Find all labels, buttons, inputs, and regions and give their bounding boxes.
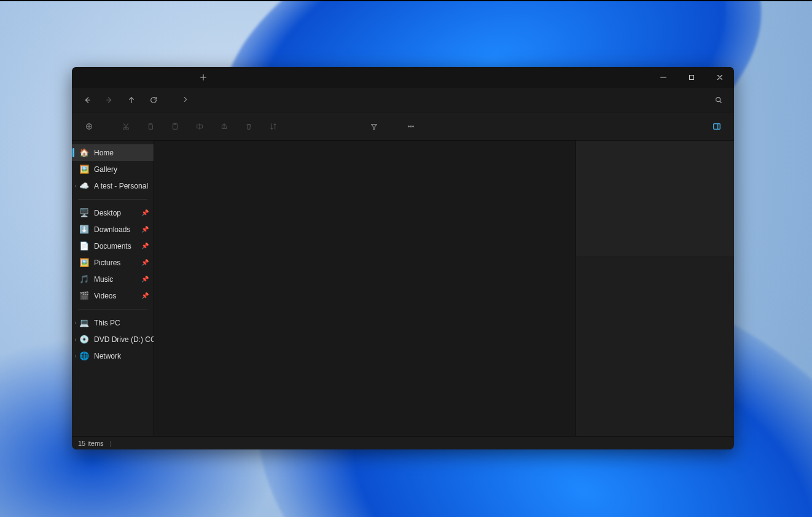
- sidebar-item-label: A test - Personal: [94, 182, 154, 190]
- music-icon: 🎵: [79, 274, 89, 284]
- maximize-icon: [687, 73, 696, 82]
- sidebar-item-label: Music: [94, 275, 136, 284]
- share-button[interactable]: [213, 116, 235, 137]
- refresh-button[interactable]: [143, 90, 164, 110]
- sidebar-item-label: Desktop: [94, 209, 136, 217]
- close-button[interactable]: [706, 67, 734, 88]
- sidebar-separator: [78, 199, 147, 200]
- sidebar-item-downloads[interactable]: ⬇️ Downloads 📌: [72, 221, 154, 238]
- chevron-right-icon: [178, 95, 193, 105]
- new-tab-button[interactable]: [195, 69, 212, 86]
- rename-icon: [195, 122, 204, 131]
- svg-rect-0: [690, 76, 694, 80]
- sidebar-item-home[interactable]: 🏠 Home: [72, 144, 154, 161]
- details-info: [576, 257, 734, 436]
- item-count: 15 items: [78, 440, 104, 447]
- pin-icon: 📌: [141, 276, 151, 282]
- home-icon: 🏠: [79, 148, 89, 158]
- titlebar[interactable]: [72, 67, 734, 88]
- svg-rect-12: [714, 123, 720, 129]
- forward-button[interactable]: [99, 90, 120, 110]
- gallery-icon: 🖼️: [79, 165, 89, 174]
- sidebar-item-onedrive[interactable]: › ☁️ A test - Personal: [72, 177, 154, 194]
- rename-button[interactable]: [189, 116, 211, 137]
- sidebar-item-label: Documents: [94, 242, 136, 251]
- sidebar-item-dvd[interactable]: › 💿 DVD Drive (D:) CCC: [72, 331, 154, 348]
- sidebar-item-videos[interactable]: 🎬 Videos 📌: [72, 287, 154, 304]
- pin-icon: 📌: [141, 226, 151, 233]
- sort-icon: [269, 122, 278, 131]
- pin-icon: 📌: [141, 292, 151, 299]
- sidebar-item-label: Pictures: [94, 258, 136, 267]
- refresh-icon: [149, 96, 158, 104]
- sidebar-item-label: Network: [94, 352, 154, 360]
- sidebar-item-label: Home: [94, 149, 154, 157]
- svg-point-9: [408, 126, 410, 127]
- back-button[interactable]: [77, 90, 98, 110]
- new-button[interactable]: [78, 116, 100, 137]
- cut-icon: [122, 122, 130, 131]
- sidebar-item-pictures[interactable]: 🖼️ Pictures 📌: [72, 254, 154, 271]
- status-separator: |: [110, 440, 112, 447]
- trash-icon: [244, 122, 253, 131]
- minimize-button[interactable]: [649, 67, 677, 88]
- more-button[interactable]: [400, 116, 422, 137]
- nav-toolbar: [72, 88, 734, 112]
- sidebar-item-gallery[interactable]: 🖼️ Gallery: [72, 161, 154, 177]
- content-area[interactable]: [154, 141, 576, 436]
- cloud-icon: ☁️: [79, 181, 89, 191]
- details-pane-icon: [712, 122, 721, 131]
- chevron-right-icon[interactable]: ›: [72, 353, 79, 359]
- navigation-sidebar: 🏠 Home 🖼️ Gallery › ☁️ A test - Personal…: [72, 141, 154, 436]
- chevron-right-icon[interactable]: ›: [72, 320, 79, 326]
- downloads-icon: ⬇️: [79, 225, 89, 235]
- sidebar-separator: [78, 309, 147, 309]
- up-arrow-icon: [127, 96, 136, 104]
- new-icon: [85, 122, 93, 131]
- sidebar-item-network[interactable]: › 🌐 Network: [72, 348, 154, 364]
- details-pane: [576, 141, 734, 436]
- delete-button[interactable]: [238, 116, 260, 137]
- network-icon: 🌐: [79, 351, 89, 361]
- pin-icon: 📌: [141, 259, 151, 266]
- paste-button[interactable]: [164, 116, 186, 137]
- sidebar-item-label: Videos: [94, 292, 136, 300]
- disc-icon: 💿: [79, 335, 89, 344]
- chevron-right-icon[interactable]: ›: [72, 183, 79, 189]
- sidebar-item-thispc[interactable]: › 💻 This PC: [72, 314, 154, 331]
- sidebar-item-label: DVD Drive (D:) CCC: [94, 335, 154, 344]
- sidebar-item-label: Gallery: [94, 165, 154, 174]
- ellipsis-icon: [407, 122, 415, 131]
- chevron-right-icon[interactable]: ›: [72, 336, 79, 343]
- file-explorer-window: 🏠 Home 🖼️ Gallery › ☁️ A test - Personal…: [72, 67, 734, 449]
- back-arrow-icon: [83, 96, 92, 104]
- forward-arrow-icon: [105, 96, 114, 104]
- address-bar[interactable]: [165, 95, 707, 105]
- svg-point-10: [410, 126, 412, 127]
- search-button[interactable]: [708, 90, 729, 110]
- sidebar-item-label: This PC: [94, 319, 154, 327]
- filter-icon: [370, 122, 378, 131]
- pin-icon: 📌: [141, 209, 151, 216]
- status-bar: 15 items |: [72, 436, 734, 449]
- copy-button[interactable]: [139, 116, 162, 137]
- plus-icon: [199, 73, 208, 82]
- filter-button[interactable]: [363, 116, 385, 137]
- maximize-button[interactable]: [677, 67, 706, 88]
- sidebar-item-music[interactable]: 🎵 Music 📌: [72, 271, 154, 287]
- details-pane-button[interactable]: [706, 116, 728, 137]
- cut-button[interactable]: [115, 116, 137, 137]
- close-icon: [716, 73, 724, 82]
- sort-button[interactable]: [262, 116, 284, 137]
- window-body: 🏠 Home 🖼️ Gallery › ☁️ A test - Personal…: [72, 141, 734, 436]
- window-controls: [649, 67, 734, 88]
- paste-icon: [171, 122, 179, 131]
- svg-point-11: [413, 126, 414, 127]
- up-button[interactable]: [121, 90, 142, 110]
- sidebar-item-label: Downloads: [94, 225, 136, 234]
- minimize-icon: [659, 73, 668, 82]
- sidebar-item-desktop[interactable]: 🖥️ Desktop 📌: [72, 204, 154, 221]
- sidebar-item-documents[interactable]: 📄 Documents 📌: [72, 238, 154, 254]
- search-icon: [714, 96, 723, 104]
- videos-icon: 🎬: [79, 291, 89, 301]
